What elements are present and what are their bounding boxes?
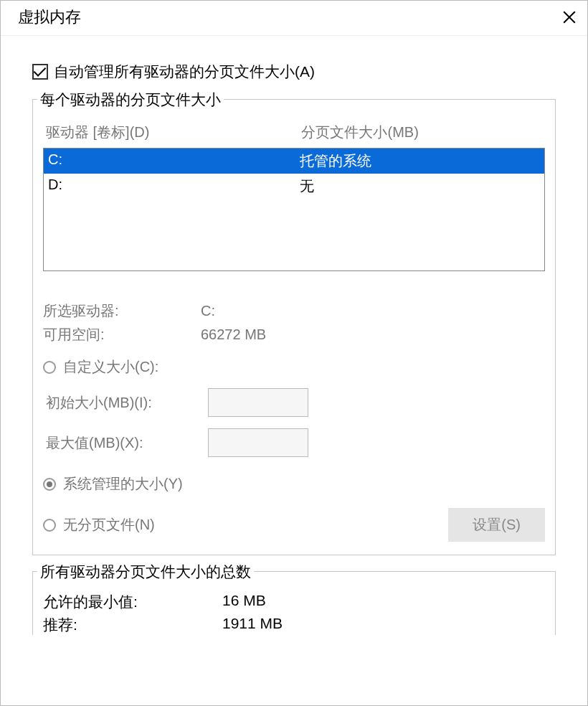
titlebar: 虚拟内存 [1,1,587,36]
min-allowed-value: 16 MB [222,592,266,612]
drive-row-d-drive: D: [48,176,300,196]
totals-title: 所有驱动器分页文件大小的总数 [37,562,254,582]
drive-list[interactable]: C: 托管的系统 D: 无 [43,148,545,271]
free-space-label: 可用空间: [43,325,201,344]
virtual-memory-dialog: 虚拟内存 自动管理所有驱动器的分页文件大小(A) 每个驱动器的分页文件大小 驱动… [0,0,588,706]
selected-drive-value: C: [201,303,215,319]
no-paging-label: 无分页文件(N) [63,515,155,535]
drive-row-c[interactable]: C: 托管的系统 [44,149,544,174]
per-drive-group: 每个驱动器的分页文件大小 驱动器 [卷标](D) 分页文件大小(MB) C: 托… [32,99,556,555]
initial-size-label: 初始大小(MB)(I): [43,393,208,413]
min-allowed-label: 允许的最小值: [43,592,222,612]
no-paging-radio[interactable] [43,519,56,532]
totals-group: 所有驱动器分页文件大小的总数 允许的最小值: 16 MB 推荐: 1911 MB [32,571,556,635]
free-space-value: 66272 MB [201,326,266,343]
auto-manage-checkbox[interactable] [32,64,48,80]
dialog-title: 虚拟内存 [18,6,81,28]
no-paging-radio-row[interactable]: 无分页文件(N) [43,515,155,535]
selected-drive-info: 所选驱动器: C: 可用空间: 66272 MB [43,301,545,344]
no-paging-and-set-row: 无分页文件(N) 设置(S) [43,508,545,542]
dialog-content: 自动管理所有驱动器的分页文件大小(A) 每个驱动器的分页文件大小 驱动器 [卷标… [1,36,587,635]
drive-row-c-size: 托管的系统 [300,151,540,171]
drive-row-c-drive: C: [48,151,300,171]
drive-list-headers: 驱动器 [卷标](D) 分页文件大小(MB) [43,120,545,148]
initial-size-row: 初始大小(MB)(I): [43,388,545,417]
drive-row-d[interactable]: D: 无 [44,174,544,199]
custom-size-label: 自定义大小(C): [63,357,158,377]
max-size-input[interactable] [208,428,308,457]
drive-row-d-size: 无 [300,176,540,196]
selected-drive-label: 所选驱动器: [43,301,201,321]
per-drive-group-title: 每个驱动器的分页文件大小 [37,90,224,110]
system-managed-label: 系统管理的大小(Y) [63,474,183,494]
max-size-row: 最大值(MB)(X): [43,428,545,457]
set-button[interactable]: 设置(S) [448,508,545,542]
auto-manage-label: 自动管理所有驱动器的分页文件大小(A) [54,62,315,82]
max-size-label: 最大值(MB)(X): [43,433,208,453]
custom-size-radio-row[interactable]: 自定义大小(C): [43,357,545,377]
system-managed-radio[interactable] [43,478,56,491]
recommended-label: 推荐: [43,615,222,635]
header-size: 分页文件大小(MB) [301,123,545,142]
header-drive: 驱动器 [卷标](D) [46,123,301,142]
recommended-value: 1911 MB [222,615,283,635]
close-icon[interactable] [561,9,577,25]
auto-manage-row[interactable]: 自动管理所有驱动器的分页文件大小(A) [32,62,556,82]
initial-size-input[interactable] [208,388,308,417]
custom-size-radio[interactable] [43,361,56,374]
system-managed-radio-row[interactable]: 系统管理的大小(Y) [43,474,545,494]
